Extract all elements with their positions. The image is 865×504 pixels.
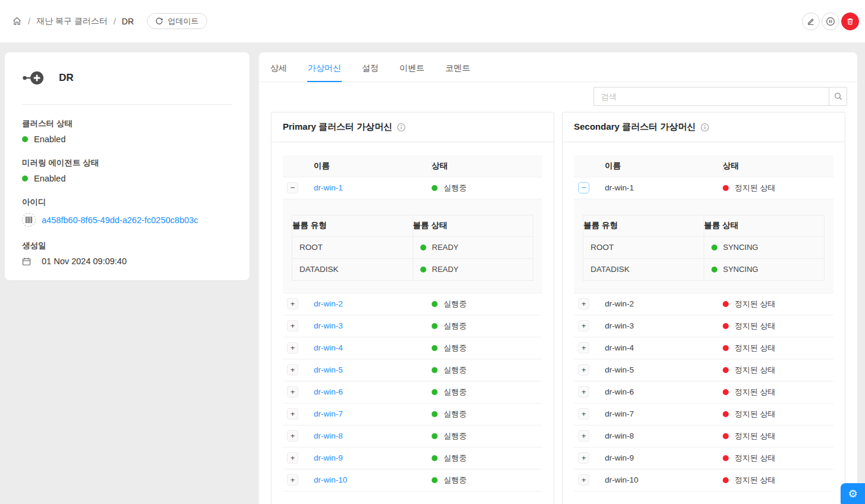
- expand-row-button[interactable]: +: [578, 408, 589, 420]
- tab-3[interactable]: 이벤트: [399, 52, 425, 82]
- vm-status: 정지된 상태: [723, 343, 833, 353]
- page: / 재난 복구 클러스터 / DR 업데이트: [0, 0, 865, 504]
- created-date-value: 01 Nov 2024 09:09:40: [42, 256, 127, 266]
- search-button[interactable]: [829, 87, 847, 106]
- expand-row-button[interactable]: +: [287, 342, 298, 353]
- status-dot: [723, 433, 729, 439]
- volume-column: 볼륨 유형: [583, 215, 704, 236]
- vm-status: 정지된 상태: [723, 475, 833, 486]
- vm-status: 실행중: [432, 299, 542, 309]
- vm-name-link[interactable]: dr-win-3: [314, 321, 343, 330]
- vm-name-link[interactable]: dr-win-1: [314, 183, 343, 192]
- expand-row-button[interactable]: +: [287, 364, 298, 375]
- vm-name-link[interactable]: dr-win-5: [314, 365, 343, 374]
- tab-4[interactable]: 코멘트: [445, 52, 471, 82]
- trash-icon: [846, 17, 854, 26]
- vm-status: 실행중: [432, 475, 542, 486]
- search-row: [259, 82, 857, 106]
- info-icon[interactable]: [701, 123, 709, 132]
- tab-0[interactable]: 상세: [270, 52, 288, 82]
- column-expand: [283, 155, 314, 177]
- collapse-row-button[interactable]: −: [578, 182, 589, 193]
- vm-status: 실행중: [432, 183, 542, 193]
- breadcrumb-dr-clusters[interactable]: 재난 복구 클러스터: [36, 16, 108, 27]
- tab-2[interactable]: 설정: [361, 52, 379, 82]
- vm-name-link[interactable]: dr-win-10: [314, 475, 347, 484]
- status-text: 정지된 상태: [735, 409, 776, 420]
- status-text: READY: [432, 265, 459, 274]
- update-button[interactable]: 업데이트: [147, 13, 207, 29]
- panel-title: Primary 클러스터 가상머신: [271, 112, 554, 142]
- detail-main-card: 상세가상머신설정이벤트코멘트 Primary 클러스터 가상머신이름상태−dr-…: [259, 52, 857, 504]
- expand-row-button[interactable]: +: [578, 474, 589, 486]
- settings-fab[interactable]: ⚙: [841, 483, 865, 504]
- expand-row-button[interactable]: +: [578, 364, 589, 375]
- status-dot: [711, 245, 717, 251]
- vm-name-link[interactable]: dr-win-4: [314, 343, 343, 352]
- volume-status: SYNCING: [711, 265, 817, 274]
- delete-button[interactable]: [841, 12, 859, 30]
- expand-row-button[interactable]: +: [287, 430, 298, 442]
- expand-row-button[interactable]: +: [578, 320, 589, 331]
- status-text: SYNCING: [723, 265, 758, 274]
- expand-row-button[interactable]: +: [287, 474, 298, 486]
- collapse-row-button[interactable]: −: [287, 182, 298, 193]
- vm-row: +dr-win-5실행중: [283, 359, 542, 381]
- status-dot: [723, 323, 729, 329]
- expand-row-button[interactable]: +: [287, 386, 298, 397]
- vm-status: 실행중: [432, 387, 542, 397]
- status-dot: [432, 477, 438, 483]
- status-dot: [723, 477, 729, 483]
- status-dot: [22, 136, 28, 142]
- vm-row: +dr-win-7정지된 상태: [574, 403, 833, 425]
- vm-name-link[interactable]: dr-win-2: [314, 299, 343, 308]
- vm-row: +dr-win-8정지된 상태: [574, 425, 833, 447]
- expand-row-button[interactable]: +: [287, 320, 298, 331]
- status-dot: [432, 389, 438, 395]
- tab-1[interactable]: 가상머신: [307, 52, 342, 82]
- expand-row-button[interactable]: +: [287, 408, 298, 420]
- search-input[interactable]: [594, 87, 829, 106]
- status-dot: [723, 389, 729, 395]
- pencil-icon: [807, 17, 815, 26]
- breadcrumb-current: DR: [122, 17, 134, 26]
- vm-expanded-row: 볼륨 유형볼륨 상태ROOTREADYDATADISKREADY: [283, 199, 542, 293]
- header-actions: [802, 12, 859, 30]
- vm-status: 정지된 상태: [723, 321, 833, 331]
- resource-id-link[interactable]: a458fb60-8f65-49dd-a262-fc0250c8b03c: [42, 215, 198, 225]
- breadcrumb: / 재난 복구 클러스터 / DR 업데이트: [12, 13, 207, 29]
- vm-name-link[interactable]: dr-win-9: [314, 453, 343, 462]
- expand-row-button[interactable]: +: [287, 298, 298, 309]
- vm-status: 실행중: [432, 453, 542, 464]
- vm-row: +dr-win-3정지된 상태: [574, 315, 833, 337]
- vm-name: dr-win-6: [605, 387, 634, 396]
- vm-name-link[interactable]: dr-win-7: [314, 409, 343, 418]
- dr-cluster-icon: [22, 70, 46, 86]
- vm-expanded-row: 볼륨 유형볼륨 상태ROOTSYNCINGDATADISKSYNCING: [574, 199, 833, 293]
- status-dot: [432, 323, 438, 329]
- pause-button[interactable]: [822, 12, 839, 30]
- volume-table: 볼륨 유형볼륨 상태ROOTSYNCINGDATADISKSYNCING: [583, 215, 825, 281]
- status-text: READY: [432, 243, 459, 252]
- status-text: 실행중: [444, 321, 467, 331]
- vm-row: +dr-win-7실행중: [283, 403, 542, 425]
- vm-name-link[interactable]: dr-win-8: [314, 431, 343, 440]
- edit-button[interactable]: [802, 12, 820, 30]
- info-icon[interactable]: [397, 123, 405, 132]
- expand-row-button[interactable]: +: [287, 452, 298, 464]
- volume-type: ROOT: [292, 236, 413, 258]
- volume-type: DATADISK: [292, 258, 413, 280]
- status-dot: [723, 455, 729, 461]
- vm-name-link[interactable]: dr-win-6: [314, 387, 343, 396]
- expand-row-button[interactable]: +: [578, 430, 589, 442]
- expand-row-button[interactable]: +: [578, 452, 589, 464]
- vm-row: +dr-win-2실행중: [283, 293, 542, 315]
- vm-name: dr-win-4: [605, 343, 634, 352]
- expand-row-button[interactable]: +: [578, 342, 589, 353]
- expand-row-button[interactable]: +: [578, 386, 589, 397]
- vm-panels: Primary 클러스터 가상머신이름상태−dr-win-1실행중볼륨 유형볼륨…: [259, 106, 857, 504]
- expand-row-button[interactable]: +: [578, 298, 589, 309]
- home-icon[interactable]: [12, 16, 22, 26]
- panel-title: Secondary 클러스터 가상머신: [563, 112, 845, 142]
- status-text: 정지된 상태: [735, 475, 776, 486]
